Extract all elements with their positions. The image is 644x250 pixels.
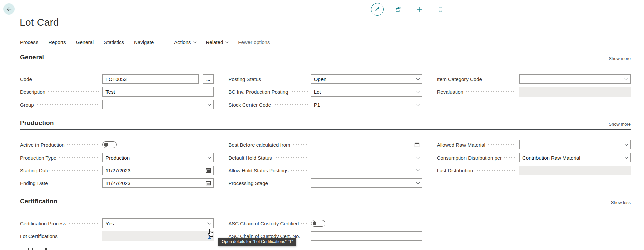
asc-chain-of-custody-cert-no-input[interactable] xyxy=(311,231,422,241)
calendar-icon[interactable] xyxy=(414,142,420,147)
allowed-raw-material-combobox[interactable] xyxy=(519,140,631,149)
code-input[interactable] xyxy=(102,74,199,84)
field-label: Allowed Raw Material xyxy=(437,142,485,148)
chevron-down-icon xyxy=(416,89,420,93)
field-lot-certifications: Lot Certifications 1 xyxy=(20,231,214,241)
section-title-general: General xyxy=(20,53,44,62)
default-hold-status-combobox[interactable] xyxy=(311,153,422,162)
menu-item-reports[interactable]: Reports xyxy=(48,39,66,45)
menu-actions-label: Actions xyxy=(174,39,191,45)
dotted-leader xyxy=(275,157,308,158)
dotted-leader xyxy=(291,170,308,171)
field-label: Active in Production xyxy=(20,142,65,148)
active-in-production-toggle[interactable] xyxy=(102,141,117,148)
chevron-down-icon xyxy=(416,76,420,80)
calendar-icon[interactable] xyxy=(206,168,211,173)
field-label: Default Hold Status xyxy=(228,155,272,161)
combobox-value: Production xyxy=(105,155,130,161)
menu-related-dropdown[interactable]: Related xyxy=(206,39,228,45)
chevron-down-icon xyxy=(208,221,211,224)
field-starting-date: Starting Date xyxy=(20,166,214,175)
allow-hold-status-postings-combobox[interactable] xyxy=(311,166,422,175)
production-type-combobox[interactable]: Production xyxy=(102,153,214,162)
field-label: Processing Stage xyxy=(228,180,268,186)
dotted-leader xyxy=(37,104,99,105)
menu-item-general[interactable]: General xyxy=(76,39,94,45)
chevron-down-icon xyxy=(416,155,420,159)
revaluation-disabled-field xyxy=(519,87,631,97)
field-allow-hold-status-postings: Allow Hold Status Postings xyxy=(228,166,422,175)
show-more-link-production[interactable]: Show more xyxy=(609,122,631,127)
field-label: Best Before calculated from xyxy=(228,142,290,148)
back-button[interactable] xyxy=(3,3,15,15)
clipped-section-heading xyxy=(45,248,47,250)
chevron-down-icon xyxy=(416,180,420,184)
menu-item-navigate[interactable]: Navigate xyxy=(134,39,154,45)
lot-certifications-drilldown-link[interactable]: 1 xyxy=(208,233,211,239)
section-rule xyxy=(20,208,631,208)
description-input[interactable] xyxy=(102,87,214,97)
chevron-down-icon xyxy=(416,102,420,106)
field-default-hold-status: Default Hold Status xyxy=(228,153,422,162)
field-revaluation: Revaluation xyxy=(437,87,631,97)
toggle-knob xyxy=(104,143,108,147)
consumption-distribution-per-combobox[interactable]: Contribution Raw Material xyxy=(519,153,631,162)
menu-actions-dropdown[interactable]: Actions xyxy=(174,39,196,45)
dotted-leader xyxy=(60,236,99,236)
dotted-leader xyxy=(466,91,516,92)
field-last-distribution: Last Distribution xyxy=(437,166,631,175)
menu-item-process[interactable]: Process xyxy=(20,39,38,45)
chevron-down-icon xyxy=(624,142,628,146)
best-before-input[interactable] xyxy=(311,140,422,149)
dotted-leader xyxy=(476,170,516,171)
chevron-down-icon xyxy=(208,155,211,159)
assist-edit-button[interactable]: ... xyxy=(203,74,214,84)
calendar-icon[interactable] xyxy=(206,180,211,186)
stock-center-code-combobox[interactable]: P1 xyxy=(311,100,422,109)
edit-button[interactable] xyxy=(371,3,384,16)
fewer-options-link[interactable]: Fewer options xyxy=(238,39,270,45)
title-divider xyxy=(15,35,638,35)
field-description: Description xyxy=(20,87,214,97)
certification-process-combobox[interactable]: Yes xyxy=(102,218,214,228)
section-general: General Show more Code ... Descriptio xyxy=(20,53,631,109)
menu-related-label: Related xyxy=(206,39,223,45)
chevron-down-icon xyxy=(416,168,420,171)
ending-date-input[interactable] xyxy=(102,178,214,188)
menu-item-statistics[interactable]: Statistics xyxy=(104,39,124,45)
field-label: Certification Process xyxy=(20,221,66,226)
show-more-link-general[interactable]: Show more xyxy=(609,56,631,62)
group-combobox[interactable] xyxy=(102,100,214,109)
page-title: Lot Card xyxy=(20,17,59,28)
share-button[interactable] xyxy=(391,3,405,16)
processing-stage-combobox[interactable] xyxy=(311,178,422,188)
dotted-leader xyxy=(67,144,99,145)
combobox-value: Lot xyxy=(314,89,321,95)
field-active-in-production: Active in Production xyxy=(20,140,214,149)
new-button[interactable] xyxy=(413,3,426,16)
field-asc-chain-of-custody-certified: ASC Chain of Custody Certified xyxy=(228,218,422,228)
field-posting-status: Posting Status Open xyxy=(228,74,422,84)
field-label: Stock Center Code xyxy=(228,102,271,108)
dotted-leader xyxy=(293,144,308,145)
posting-status-combobox[interactable]: Open xyxy=(311,74,422,84)
card-content: General Show more Code ... Descriptio xyxy=(20,53,631,241)
section-title-certification: Certification xyxy=(20,197,57,206)
show-less-link-certification[interactable]: Show less xyxy=(611,200,631,206)
combobox-value: Yes xyxy=(105,221,114,226)
chevron-down-icon xyxy=(225,40,229,43)
asc-chain-of-custody-certified-toggle[interactable] xyxy=(311,220,325,227)
dotted-leader xyxy=(291,91,307,92)
item-category-code-combobox[interactable] xyxy=(519,74,631,84)
bc-inv-production-posting-combobox[interactable]: Lot xyxy=(311,87,422,97)
plus-icon xyxy=(416,6,423,13)
field-label: Code xyxy=(20,76,32,82)
dotted-leader xyxy=(274,104,308,105)
field-allowed-raw-material: Allowed Raw Material xyxy=(437,140,631,149)
lot-certifications-field: 1 xyxy=(102,231,214,241)
trash-icon xyxy=(437,6,444,13)
field-stock-center-code: Stock Center Code P1 xyxy=(228,100,422,109)
starting-date-input[interactable] xyxy=(102,166,214,175)
drilldown-tooltip: Open details for "Lot Certifications" "1… xyxy=(218,238,296,246)
delete-button[interactable] xyxy=(434,3,447,16)
